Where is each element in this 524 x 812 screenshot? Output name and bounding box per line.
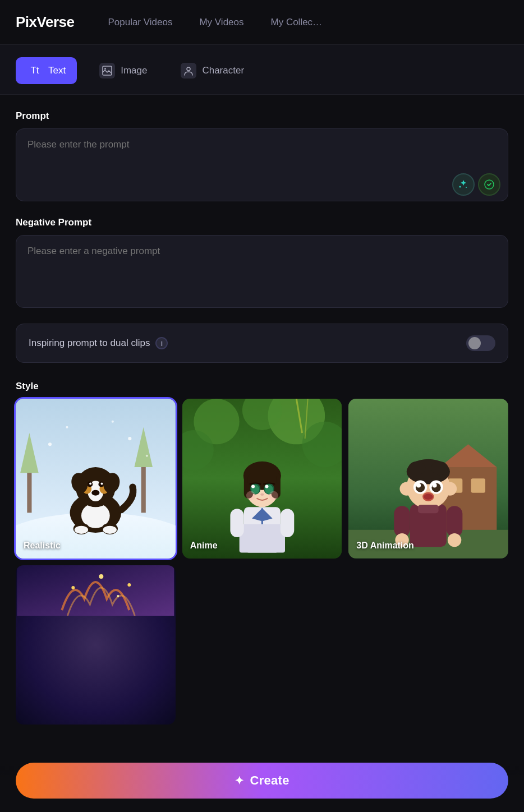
svg-point-79: [433, 483, 437, 487]
svg-point-21: [100, 482, 103, 485]
nav-popular-videos[interactable]: Popular Videos: [108, 17, 172, 28]
nav-my-videos[interactable]: My Videos: [199, 17, 243, 28]
svg-point-32: [146, 455, 148, 457]
svg-point-20: [89, 482, 91, 485]
main-content: Prompt Neg: [0, 95, 524, 805]
style-card-realistic[interactable]: Realistic: [16, 399, 176, 559]
svg-rect-8: [27, 467, 31, 513]
inspiring-prompt-toggle[interactable]: [466, 335, 495, 351]
svg-point-56: [246, 491, 255, 500]
style-realistic-label: Realistic: [24, 541, 61, 551]
svg-point-33: [112, 421, 114, 423]
svg-point-81: [424, 494, 433, 500]
svg-point-30: [66, 426, 68, 428]
svg-rect-86: [447, 506, 462, 537]
inspiring-prompt-toggle-row: Inspiring prompt to dual clips i: [16, 324, 508, 363]
svg-point-29: [48, 442, 52, 446]
create-button-wrapper: ✦ Create: [0, 763, 524, 812]
svg-point-55: [260, 493, 264, 496]
svg-point-28: [103, 526, 117, 534]
style-card-3d[interactable]: 3D Animation: [348, 399, 508, 559]
svg-point-31: [128, 437, 131, 440]
style-anime-label: Anime: [190, 541, 218, 551]
nav: Popular Videos My Videos My Collec…: [108, 17, 322, 28]
character-icon: [181, 63, 196, 79]
tab-image[interactable]: Image: [88, 57, 158, 84]
tab-text[interactable]: Tt Text: [16, 57, 77, 84]
svg-point-91: [99, 574, 103, 579]
negative-prompt-input[interactable]: [16, 235, 508, 308]
grammar-check-button[interactable]: [478, 173, 500, 196]
sparkle-icon: ✦: [235, 774, 244, 787]
prompt-input[interactable]: [16, 128, 508, 201]
svg-point-53: [251, 485, 255, 488]
svg-point-27: [75, 526, 88, 534]
info-icon[interactable]: i: [155, 337, 168, 349]
svg-rect-84: [418, 505, 439, 513]
header: PixVerse Popular Videos My Videos My Col…: [0, 0, 524, 45]
tab-text-label: Text: [48, 65, 66, 76]
svg-point-54: [265, 485, 268, 488]
svg-point-57: [269, 491, 278, 500]
svg-point-93: [117, 595, 119, 597]
svg-point-82: [400, 482, 413, 495]
svg-rect-59: [281, 509, 294, 537]
tab-image-label: Image: [121, 65, 147, 76]
svg-point-3: [459, 186, 461, 188]
text-icon: Tt: [27, 63, 43, 79]
style-3d-label: 3D Animation: [356, 541, 414, 551]
svg-point-73: [431, 462, 448, 475]
style-label: Style: [16, 381, 508, 392]
style-card-anime[interactable]: Anime: [182, 399, 342, 559]
negative-prompt-label: Negative Prompt: [16, 217, 508, 228]
negative-prompt-section: Negative Prompt: [16, 217, 508, 310]
magic-enhance-button[interactable]: [452, 173, 475, 196]
svg-point-1: [104, 68, 106, 70]
tab-character-label: Character: [202, 65, 244, 76]
prompt-wrapper: [16, 128, 508, 204]
create-button-label: Create: [250, 773, 289, 788]
prompt-section: Prompt: [16, 110, 508, 204]
style-grid: Realistic: [16, 399, 508, 725]
svg-point-2: [187, 67, 190, 71]
style-card-partial[interactable]: [16, 565, 176, 725]
svg-point-22: [91, 490, 99, 496]
svg-rect-85: [394, 506, 410, 537]
svg-rect-43: [239, 524, 284, 553]
svg-point-83: [443, 482, 457, 495]
svg-rect-89: [17, 565, 174, 616]
svg-point-72: [408, 462, 425, 475]
svg-rect-58: [230, 509, 243, 537]
create-button[interactable]: ✦ Create: [16, 763, 508, 799]
toggle-label: Inspiring prompt to dual clips: [29, 338, 150, 349]
svg-rect-64: [471, 478, 485, 492]
svg-point-88: [448, 533, 461, 547]
svg-point-4: [466, 187, 467, 188]
nav-my-collections[interactable]: My Collec…: [271, 17, 323, 28]
prompt-label: Prompt: [16, 110, 508, 122]
toggle-knob: [468, 337, 481, 349]
style-section: Style: [16, 381, 508, 725]
tab-bar: Tt Text Image Character: [0, 45, 524, 95]
prompt-tools: [452, 173, 500, 196]
svg-point-92: [127, 583, 131, 587]
toggle-label-group: Inspiring prompt to dual clips i: [29, 337, 168, 349]
svg-point-78: [416, 483, 421, 487]
svg-point-90: [71, 586, 75, 589]
tab-character[interactable]: Character: [169, 57, 255, 84]
image-icon: [99, 63, 115, 79]
logo: PixVerse: [16, 13, 74, 31]
